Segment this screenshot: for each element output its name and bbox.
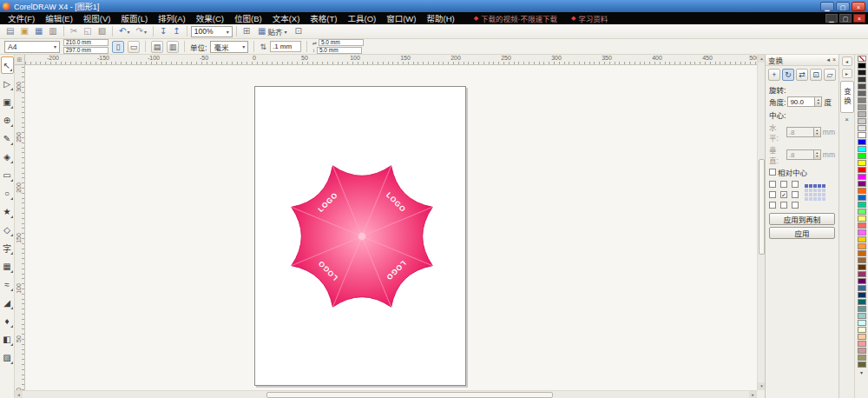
center-h-input[interactable]: .8 (786, 127, 814, 137)
color-swatch[interactable] (858, 278, 866, 284)
spinner[interactable]: ▴▾ (814, 149, 821, 160)
menu-item-7[interactable]: 文本(X) (267, 12, 306, 24)
tool-outline[interactable]: ♦ (1, 312, 14, 329)
color-swatch[interactable] (858, 362, 866, 368)
spinner[interactable]: ▴▾ (814, 127, 821, 137)
palette-down-icon[interactable]: ▾ (860, 369, 863, 375)
color-swatch[interactable] (858, 160, 866, 166)
toolbar-launcher-button[interactable]: ⊞ (240, 25, 253, 38)
h-ruler[interactable]: -200-150-100-500501001502002503003504004… (25, 55, 757, 65)
toolbar-export-button[interactable]: ↥ (170, 25, 182, 38)
docker-close-icon[interactable]: × (832, 56, 836, 63)
tool-basic-shapes[interactable]: ◇ (1, 221, 14, 238)
paper-width-input[interactable]: 210.0 mm (63, 39, 108, 46)
tool-shape[interactable]: ▷ (1, 75, 14, 92)
color-swatch[interactable] (858, 327, 866, 333)
strip-collapse-icon[interactable]: ▸ (842, 69, 852, 78)
v-scrollbar[interactable]: ▴ ▾ (757, 55, 765, 390)
toolbar-paste-button[interactable]: ▧ (95, 25, 108, 38)
menu-item-8[interactable]: 表格(T) (305, 12, 342, 24)
tool-blend[interactable]: ≈ (1, 275, 14, 293)
anchor-checkbox[interactable] (792, 191, 799, 198)
doc-close-button[interactable]: × (853, 14, 865, 23)
landscape-button[interactable]: ▭ (128, 41, 140, 53)
color-swatch[interactable] (858, 348, 866, 354)
paper-height-input[interactable]: 297.0 mm (63, 47, 108, 54)
color-swatch[interactable] (858, 181, 866, 187)
transform-tab-scale-mirror[interactable]: ⇄ (796, 69, 808, 81)
color-swatch[interactable] (858, 118, 866, 124)
menu-item-5[interactable]: 效果(C) (191, 12, 229, 24)
minimize-button[interactable]: ▁ (820, 2, 834, 11)
menu-item-0[interactable]: 文件(F) (3, 12, 40, 24)
canvas-area[interactable]: LOGO LOGO LOGO LOGO (25, 65, 757, 390)
color-swatch[interactable] (858, 167, 866, 173)
tool-text[interactable]: 字 (1, 239, 14, 256)
menu-item-2[interactable]: 视图(V) (78, 12, 116, 24)
tool-fill[interactable]: ◧ (1, 330, 14, 348)
tool-rectangle[interactable]: ▭ (1, 166, 14, 183)
color-swatch[interactable] (858, 125, 866, 131)
relative-center-checkbox[interactable] (769, 169, 776, 176)
scroll-left-icon[interactable]: ◂ (15, 391, 23, 398)
tool-smart-fill[interactable]: ◈ (1, 148, 14, 165)
v-scroll-thumb[interactable] (759, 159, 765, 255)
menu-item-4[interactable]: 排列(A) (153, 12, 191, 24)
tool-freehand[interactable]: ✎ (1, 129, 14, 147)
color-swatch[interactable] (858, 264, 866, 270)
strip-expand-icon[interactable]: ◂ (842, 56, 852, 66)
duplicate-h-input[interactable]: 5.0 mm (319, 39, 364, 46)
color-swatch[interactable] (858, 83, 866, 90)
color-swatch[interactable] (858, 76, 866, 83)
duplicate-v-input[interactable]: 5.0 mm (317, 47, 362, 54)
paper-size-select[interactable]: A4 ▾ (4, 41, 60, 53)
color-swatch[interactable] (858, 250, 866, 256)
tool-interactive-fill[interactable]: ▨ (1, 348, 14, 366)
color-swatch[interactable] (858, 334, 866, 340)
tool-eyedropper[interactable]: ◢ (1, 294, 14, 311)
toolbar-copy-button[interactable]: ◱ (81, 25, 94, 38)
v-ruler[interactable]: 300250200150100500 (15, 65, 25, 390)
toolbar-new-button[interactable]: ▤ (3, 25, 16, 38)
apply-to-duplicate-button[interactable]: 应用到再制 (769, 213, 835, 225)
color-swatch[interactable] (858, 132, 866, 138)
anchor-checkbox[interactable] (769, 181, 776, 188)
color-swatch[interactable] (858, 188, 866, 194)
doc-restore-button[interactable]: ▢ (839, 14, 852, 23)
anchor-checkbox[interactable] (780, 181, 787, 188)
anchor-checkbox[interactable] (769, 202, 776, 209)
toolbar-undo-button[interactable]: ↶▾ (116, 25, 132, 38)
nudge-input[interactable]: .1 mm (270, 41, 301, 52)
umbrella-object[interactable]: LOGO LOGO LOGO LOGO (286, 160, 438, 313)
color-swatch[interactable] (858, 90, 866, 96)
color-swatch[interactable] (858, 271, 866, 277)
color-swatch[interactable] (858, 195, 866, 201)
h-scroll-thumb[interactable] (266, 392, 553, 398)
tool-ellipse[interactable]: ○ (1, 184, 14, 202)
all-pages-button[interactable]: ▤ (151, 41, 163, 53)
tool-table[interactable]: ▦ (1, 257, 14, 275)
transform-tab-size[interactable]: ⊡ (810, 69, 822, 81)
menu-item-9[interactable]: 工具(O) (342, 12, 381, 24)
restore-button[interactable]: ▢ (836, 2, 850, 11)
color-swatch[interactable] (858, 104, 866, 110)
toolbar-import-button[interactable]: ↧ (157, 25, 169, 38)
tool-zoom[interactable]: ⊕ (1, 111, 14, 129)
color-swatch[interactable] (858, 313, 866, 319)
menu-item-1[interactable]: 编辑(E) (40, 12, 78, 24)
portrait-button[interactable]: ▯ (112, 41, 124, 53)
overlay-bookmark-1[interactable]: ◆学习资料 (571, 13, 608, 23)
toolbar-open-button[interactable]: ▣ (17, 25, 30, 38)
color-swatch[interactable] (858, 63, 866, 69)
anchor-checkbox[interactable] (792, 181, 799, 188)
toolbar-redo-button[interactable]: ↷▾ (134, 25, 149, 38)
color-swatch[interactable] (858, 320, 866, 326)
color-swatch[interactable] (858, 236, 866, 242)
units-select[interactable]: 毫米 ▾ (210, 41, 248, 53)
color-swatch[interactable] (858, 257, 866, 263)
spinner[interactable]: ▴▾ (815, 96, 822, 107)
color-swatch[interactable] (858, 111, 866, 117)
close-button[interactable]: × (852, 2, 865, 11)
anchor-checkbox[interactable]: ✓ (780, 191, 787, 198)
toolbar-save-button[interactable]: ▦ (32, 25, 45, 38)
